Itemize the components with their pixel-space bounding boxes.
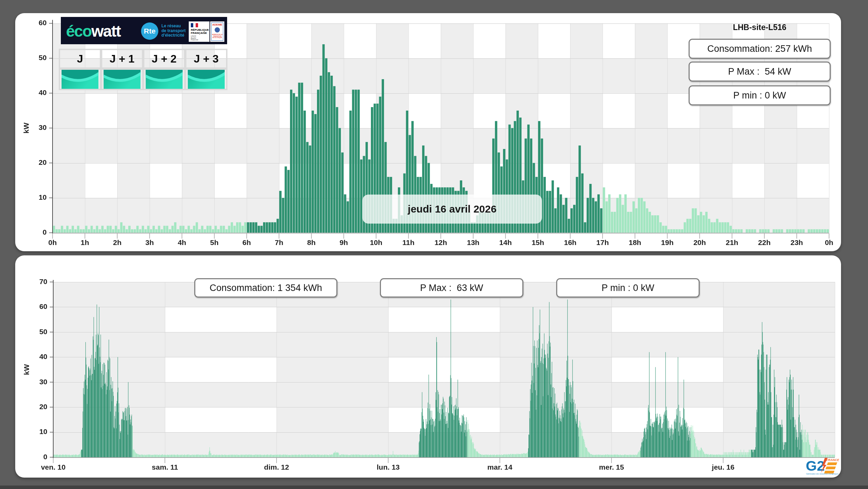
svg-text:Optimisation des ressources én: Optimisation des ressources énergétiques: [806, 473, 839, 475]
svg-text:FRANCE: FRANCE: [826, 458, 839, 462]
